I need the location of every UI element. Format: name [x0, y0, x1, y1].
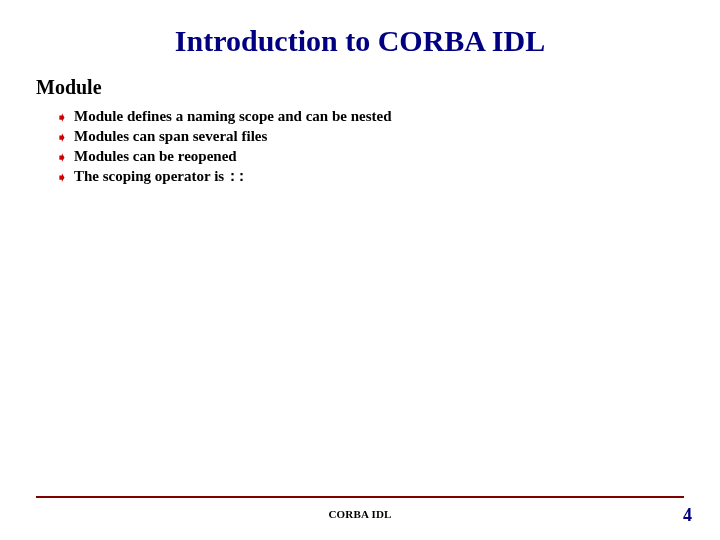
footer-divider: [36, 496, 684, 498]
bullet-text: Module defines a naming scope and can be…: [74, 108, 392, 125]
bullet-arrow-icon: ➧: [56, 109, 74, 127]
section-heading: Module: [36, 76, 102, 99]
bullet-text: The scoping operator is ::: [74, 168, 246, 186]
slide-title: Introduction to CORBA IDL: [0, 24, 720, 58]
list-item: ➧ The scoping operator is ::: [56, 168, 392, 186]
bullet-arrow-icon: ➧: [56, 169, 74, 187]
list-item: ➧ Modules can span several files: [56, 128, 392, 146]
footer-label: CORBA IDL: [0, 508, 720, 520]
page-number: 4: [683, 505, 692, 526]
bullet-arrow-icon: ➧: [56, 149, 74, 167]
bullet-text: Modules can span several files: [74, 128, 267, 145]
list-item: ➧ Module defines a naming scope and can …: [56, 108, 392, 126]
bullet-arrow-icon: ➧: [56, 129, 74, 147]
bullet-text: Modules can be reopened: [74, 148, 237, 165]
bullet-text-prefix: The scoping operator is: [74, 168, 228, 184]
scoping-operator: ::: [228, 169, 246, 186]
list-item: ➧ Modules can be reopened: [56, 148, 392, 166]
bullet-list: ➧ Module defines a naming scope and can …: [56, 108, 392, 188]
slide: Introduction to CORBA IDL Module ➧ Modul…: [0, 0, 720, 540]
